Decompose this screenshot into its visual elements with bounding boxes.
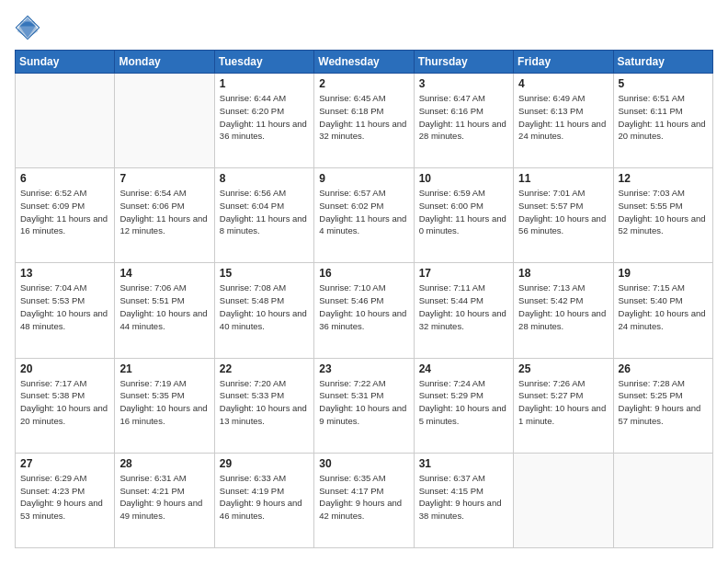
day-info: Sunrise: 6:54 AM Sunset: 6:06 PM Dayligh… [119, 187, 209, 237]
day-number: 22 [220, 362, 309, 375]
day-number: 10 [419, 172, 508, 185]
calendar-cell: 12Sunrise: 7:03 AM Sunset: 5:55 PM Dayli… [613, 168, 712, 263]
day-number: 17 [419, 267, 508, 280]
calendar-cell: 21Sunrise: 7:19 AM Sunset: 5:35 PM Dayli… [115, 358, 214, 453]
day-number: 8 [220, 172, 309, 185]
week-row-2: 13Sunrise: 7:04 AM Sunset: 5:53 PM Dayli… [16, 263, 713, 358]
day-number: 20 [20, 362, 109, 375]
day-info: Sunrise: 6:57 AM Sunset: 6:02 PM Dayligh… [319, 187, 408, 237]
calendar-cell: 19Sunrise: 7:15 AM Sunset: 5:40 PM Dayli… [613, 263, 712, 358]
day-number: 19 [619, 267, 708, 280]
calendar-cell: 3Sunrise: 6:47 AM Sunset: 6:16 PM Daylig… [414, 74, 513, 168]
day-info: Sunrise: 6:59 AM Sunset: 6:00 PM Dayligh… [419, 187, 508, 237]
day-info: Sunrise: 7:19 AM Sunset: 5:35 PM Dayligh… [119, 377, 209, 428]
calendar-cell: 5Sunrise: 6:51 AM Sunset: 6:11 PM Daylig… [613, 74, 712, 168]
calendar-cell: 13Sunrise: 7:04 AM Sunset: 5:53 PM Dayli… [16, 263, 115, 358]
calendar-cell: 7Sunrise: 6:54 AM Sunset: 6:06 PM Daylig… [115, 168, 214, 263]
weekday-header-tuesday: Tuesday [214, 51, 313, 74]
day-info: Sunrise: 7:20 AM Sunset: 5:33 PM Dayligh… [220, 377, 309, 428]
page: SundayMondayTuesdayWednesdayThursdayFrid… [0, 0, 728, 563]
day-info: Sunrise: 7:26 AM Sunset: 5:27 PM Dayligh… [518, 377, 608, 428]
day-number: 11 [518, 172, 608, 185]
day-info: Sunrise: 7:01 AM Sunset: 5:57 PM Dayligh… [518, 187, 608, 237]
weekday-header-thursday: Thursday [414, 51, 513, 74]
day-info: Sunrise: 7:11 AM Sunset: 5:44 PM Dayligh… [419, 282, 508, 332]
day-info: Sunrise: 6:51 AM Sunset: 6:11 PM Dayligh… [619, 92, 708, 143]
day-number: 7 [119, 172, 209, 185]
calendar-cell [115, 74, 214, 168]
calendar-cell [16, 74, 115, 168]
day-info: Sunrise: 6:47 AM Sunset: 6:16 PM Dayligh… [419, 92, 508, 143]
day-number: 6 [20, 172, 109, 185]
calendar-cell: 16Sunrise: 7:10 AM Sunset: 5:46 PM Dayli… [314, 263, 414, 358]
day-info: Sunrise: 7:22 AM Sunset: 5:31 PM Dayligh… [319, 377, 408, 428]
day-number: 13 [20, 267, 109, 280]
calendar-cell: 28Sunrise: 6:31 AM Sunset: 4:21 PM Dayli… [115, 453, 214, 547]
day-info: Sunrise: 7:04 AM Sunset: 5:53 PM Dayligh… [20, 282, 109, 332]
calendar-cell: 30Sunrise: 6:35 AM Sunset: 4:17 PM Dayli… [314, 453, 414, 547]
day-number: 3 [419, 77, 508, 90]
calendar-cell: 15Sunrise: 7:08 AM Sunset: 5:48 PM Dayli… [214, 263, 313, 358]
day-number: 27 [20, 457, 109, 470]
day-number: 4 [518, 77, 608, 90]
day-number: 14 [119, 267, 209, 280]
day-number: 12 [619, 172, 708, 185]
weekday-header-saturday: Saturday [613, 51, 712, 74]
day-info: Sunrise: 7:15 AM Sunset: 5:40 PM Dayligh… [619, 282, 708, 332]
calendar-cell: 8Sunrise: 6:56 AM Sunset: 6:04 PM Daylig… [214, 168, 313, 263]
calendar: SundayMondayTuesdayWednesdayThursdayFrid… [15, 50, 713, 548]
day-number: 5 [619, 77, 708, 90]
day-number: 18 [518, 267, 608, 280]
day-info: Sunrise: 6:29 AM Sunset: 4:23 PM Dayligh… [20, 472, 109, 523]
week-row-3: 20Sunrise: 7:17 AM Sunset: 5:38 PM Dayli… [16, 358, 713, 453]
calendar-cell: 9Sunrise: 6:57 AM Sunset: 6:02 PM Daylig… [314, 168, 414, 263]
day-info: Sunrise: 7:24 AM Sunset: 5:29 PM Dayligh… [419, 377, 508, 428]
calendar-cell: 11Sunrise: 7:01 AM Sunset: 5:57 PM Dayli… [514, 168, 613, 263]
day-info: Sunrise: 7:06 AM Sunset: 5:51 PM Dayligh… [119, 282, 209, 332]
day-number: 26 [619, 362, 708, 375]
calendar-cell: 24Sunrise: 7:24 AM Sunset: 5:29 PM Dayli… [414, 358, 513, 453]
calendar-cell: 10Sunrise: 6:59 AM Sunset: 6:00 PM Dayli… [414, 168, 513, 263]
week-row-1: 6Sunrise: 6:52 AM Sunset: 6:09 PM Daylig… [16, 168, 713, 263]
day-info: Sunrise: 6:31 AM Sunset: 4:21 PM Dayligh… [119, 472, 209, 523]
calendar-cell: 18Sunrise: 7:13 AM Sunset: 5:42 PM Dayli… [514, 263, 613, 358]
weekday-header-monday: Monday [115, 51, 214, 74]
calendar-cell [613, 453, 712, 547]
calendar-cell: 6Sunrise: 6:52 AM Sunset: 6:09 PM Daylig… [16, 168, 115, 263]
calendar-cell: 22Sunrise: 7:20 AM Sunset: 5:33 PM Dayli… [214, 358, 313, 453]
logo [15, 15, 44, 40]
day-info: Sunrise: 7:28 AM Sunset: 5:25 PM Dayligh… [619, 377, 708, 428]
calendar-cell: 31Sunrise: 6:37 AM Sunset: 4:15 PM Dayli… [414, 453, 513, 547]
day-number: 30 [319, 457, 408, 470]
day-number: 2 [319, 77, 408, 90]
calendar-cell: 27Sunrise: 6:29 AM Sunset: 4:23 PM Dayli… [16, 453, 115, 547]
day-info: Sunrise: 7:17 AM Sunset: 5:38 PM Dayligh… [20, 377, 109, 428]
calendar-cell: 4Sunrise: 6:49 AM Sunset: 6:13 PM Daylig… [514, 74, 613, 168]
day-number: 28 [119, 457, 209, 470]
logo-icon [15, 15, 40, 40]
week-row-0: 1Sunrise: 6:44 AM Sunset: 6:20 PM Daylig… [16, 74, 713, 168]
day-number: 24 [419, 362, 508, 375]
day-number: 9 [319, 172, 408, 185]
day-number: 23 [319, 362, 408, 375]
day-info: Sunrise: 7:08 AM Sunset: 5:48 PM Dayligh… [220, 282, 309, 332]
day-info: Sunrise: 6:49 AM Sunset: 6:13 PM Dayligh… [518, 92, 608, 143]
day-number: 15 [220, 267, 309, 280]
day-info: Sunrise: 7:03 AM Sunset: 5:55 PM Dayligh… [619, 187, 708, 237]
weekday-row: SundayMondayTuesdayWednesdayThursdayFrid… [16, 51, 713, 74]
calendar-cell: 14Sunrise: 7:06 AM Sunset: 5:51 PM Dayli… [115, 263, 214, 358]
header [15, 15, 713, 40]
calendar-cell [514, 453, 613, 547]
day-info: Sunrise: 6:56 AM Sunset: 6:04 PM Dayligh… [220, 187, 309, 237]
day-number: 29 [220, 457, 309, 470]
day-info: Sunrise: 6:37 AM Sunset: 4:15 PM Dayligh… [419, 472, 508, 523]
weekday-header-sunday: Sunday [16, 51, 115, 74]
day-info: Sunrise: 7:13 AM Sunset: 5:42 PM Dayligh… [518, 282, 608, 332]
day-info: Sunrise: 6:33 AM Sunset: 4:19 PM Dayligh… [220, 472, 309, 523]
week-row-4: 27Sunrise: 6:29 AM Sunset: 4:23 PM Dayli… [16, 453, 713, 547]
calendar-body: 1Sunrise: 6:44 AM Sunset: 6:20 PM Daylig… [16, 74, 713, 548]
calendar-cell: 17Sunrise: 7:11 AM Sunset: 5:44 PM Dayli… [414, 263, 513, 358]
day-number: 1 [220, 77, 309, 90]
weekday-header-wednesday: Wednesday [314, 51, 414, 74]
day-number: 25 [518, 362, 608, 375]
